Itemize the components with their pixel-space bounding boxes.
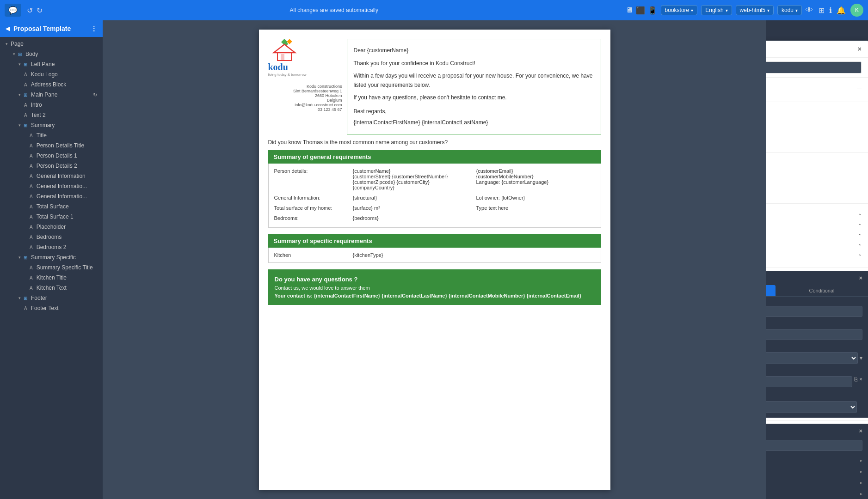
footer-contact: Your contact is: {internalContactFirstNa… <box>275 293 595 298</box>
output-types-label: Output Types <box>766 393 862 398</box>
other-link[interactable]: Other ⌃ <box>766 220 862 231</box>
sidebar-item-label: Person Details 2 <box>37 163 77 169</box>
sidebar-item-main-pane[interactable]: ▾ ⊞ Main Pane ↻ <box>0 90 103 100</box>
video-link[interactable]: Video ⌃ <box>766 251 862 261</box>
node-type-icon: A <box>30 164 33 169</box>
tab-default[interactable]: Default <box>766 285 776 296</box>
sidebar-item-kitchen-text[interactable]: A Kitchen Text <box>0 283 103 293</box>
data-item-street[interactable]: street ▸ <box>766 466 868 477</box>
sidebar-item-text2[interactable]: A Text 2 <box>0 110 103 120</box>
sidebar-item-label: Kitchen Title <box>37 274 67 281</box>
my-support-requests-link[interactable]: 3 My Support Requests <box>766 132 862 146</box>
sidebar-item-kodu-logo[interactable]: A Kodu Logo <box>0 69 103 79</box>
sidebar-item-total-surface-1[interactable]: A Total Surface 1 <box>0 212 103 222</box>
sidebar-item-address-block[interactable]: A Address Block <box>0 79 103 90</box>
sidebar-item-footer-text[interactable]: A Footer Text <box>0 303 103 313</box>
node-type-icon: A <box>30 184 33 189</box>
popup-search-area <box>766 58 868 78</box>
data-item-city[interactable]: city ▸ <box>766 488 868 499</box>
sidebar-item-placeholder[interactable]: A Placeholder <box>0 222 103 232</box>
summary-general-section: Summary of general requirements Person d… <box>268 150 601 228</box>
sidebar-item-summary-specific-title[interactable]: A Summary Specific Title <box>0 262 103 273</box>
datasource-select[interactable]: bookstore <box>766 352 858 364</box>
sidebar-item-general-information[interactable]: A General Information <box>0 171 103 181</box>
sidebar-item-footer[interactable]: ▾ ⊞ Footer <box>0 293 103 303</box>
bookstore-dropdown[interactable]: bookstore <box>661 5 698 15</box>
right-panels: Getting Started × 1 Product Manual — Hel… <box>766 20 868 499</box>
preview-icon[interactable]: 👁 <box>806 6 813 14</box>
sidebar-item-title[interactable]: A Title <box>0 130 103 140</box>
sidebar-item-body[interactable]: ▾ ⊞ Body <box>0 49 103 59</box>
product-manual-link[interactable]: 1 Product Manual — <box>766 81 862 95</box>
redo-button[interactable]: ↻ <box>37 6 43 15</box>
chevron-icon: ▾ <box>6 42 8 46</box>
general-info-row: General Information: {structural} Lot ow… <box>274 195 595 201</box>
output-dropdown[interactable]: web-html5 <box>736 5 774 15</box>
node-type-icon: A <box>30 204 33 209</box>
company-address3: Belgium <box>268 98 342 103</box>
copy-icon[interactable]: ⎘ <box>854 376 857 387</box>
undo-button[interactable]: ↺ <box>27 6 33 15</box>
data-filter-input[interactable] <box>766 440 862 451</box>
mobile-icon[interactable]: 📱 <box>648 6 657 15</box>
sidebar-item-label: General Informatio... <box>37 183 87 189</box>
tab-conditional[interactable]: Conditional <box>776 285 868 296</box>
language-dropdown[interactable]: English <box>701 5 732 15</box>
sidebar-item-summary[interactable]: ▾ ⊞ Summary <box>0 120 103 130</box>
popup-search-input[interactable] <box>766 61 862 73</box>
bell-icon[interactable]: 🔔 <box>837 6 846 15</box>
data-item-address[interactable]: address ▸ <box>766 455 868 466</box>
request-support-link[interactable]: 2 Request Support <box>766 118 862 132</box>
node-type-icon: A <box>30 153 33 158</box>
sidebar-item-kitchen-title[interactable]: A Kitchen Title <box>0 273 103 283</box>
location-input[interactable] <box>766 329 862 340</box>
tables-link[interactable]: Tables ⌃ <box>766 231 862 241</box>
sidebar-item-bedrooms-2[interactable]: A Bedrooms 2 <box>0 242 103 252</box>
sidebar-item-bedrooms[interactable]: A Bedrooms <box>0 232 103 242</box>
properties-close-icon[interactable]: × <box>859 274 862 281</box>
sidebar-item-left-pane[interactable]: ▾ ⊞ Left Pane <box>0 59 103 69</box>
node-type-icon: A <box>24 306 27 311</box>
sidebar-item-summary-specific[interactable]: ▾ ⊞ Summary Specific <box>0 252 103 262</box>
sidebar-item-general-informatio[interactable]: A General Informatio... <box>0 181 103 191</box>
data-item-number[interactable]: number ▸ <box>766 477 868 488</box>
sidebar-item-person-details-2[interactable]: A Person Details 2 <box>0 161 103 171</box>
properties-header: Properties × <box>766 271 868 285</box>
app-logo[interactable]: 💬 <box>5 4 21 17</box>
sidebar-item-label: Left Pane <box>31 61 55 67</box>
sidebar-item-person-details-title[interactable]: A Person Details Title <box>0 140 103 151</box>
desktop-icon[interactable]: 🖥 <box>626 6 633 14</box>
tablet-icon[interactable]: ⬛ <box>636 6 645 15</box>
sidebar-item-person-details-1[interactable]: A Person Details 1 <box>0 151 103 161</box>
expand-icon: ▸ <box>860 480 862 485</box>
newsletter-link[interactable]: Newsletter ⌃ <box>766 210 862 220</box>
data-panel-close-icon[interactable]: × <box>859 427 862 434</box>
name-input[interactable] <box>766 306 862 317</box>
info-icon[interactable]: ℹ <box>829 6 832 15</box>
user-avatar[interactable]: K <box>850 4 863 17</box>
sidebar-item-label: Footer Text <box>31 305 59 311</box>
privacy-policy-link[interactable]: 5 Privacy Policy <box>766 183 862 197</box>
node-type-icon: A <box>30 275 33 280</box>
popup-close-button[interactable]: × <box>858 45 862 53</box>
kodu-dropdown[interactable]: kodu <box>777 5 802 15</box>
sidebar-item-label: General Information <box>37 173 86 179</box>
sidebar-item-page[interactable]: ▾ Page <box>0 39 103 49</box>
clear-icon[interactable]: × <box>859 376 862 387</box>
company-address: Kodu constructions Sint Bernardsesteenwe… <box>268 84 342 112</box>
sidebar-item-intro[interactable]: A Intro <box>0 100 103 110</box>
datasource-dropdown-icon[interactable]: ▾ <box>860 355 862 361</box>
sidebar-item-general-informatio2[interactable]: A General Informatio... <box>0 191 103 201</box>
sidebar-more-icon[interactable]: ⋮ <box>91 25 97 32</box>
chevron-icon: ▾ <box>18 62 21 67</box>
sidebar-item-total-surface[interactable]: A Total Surface <box>0 201 103 212</box>
output-types-select[interactable] <box>766 401 857 413</box>
output-language-row: ⎘ × <box>766 376 862 387</box>
text-link[interactable]: Text ⌃ <box>766 241 862 251</box>
grid-icon[interactable]: ⊞ <box>819 6 825 15</box>
center-content: kodu living today & tomorrow Kodu constr… <box>103 20 766 499</box>
terms-conditions-link[interactable]: 4 Terms and Conditions <box>766 169 862 183</box>
output-language-input[interactable] <box>766 376 852 387</box>
refresh-icon[interactable]: ↻ <box>93 92 97 98</box>
sidebar-back-arrow[interactable]: ◀ <box>6 25 10 32</box>
